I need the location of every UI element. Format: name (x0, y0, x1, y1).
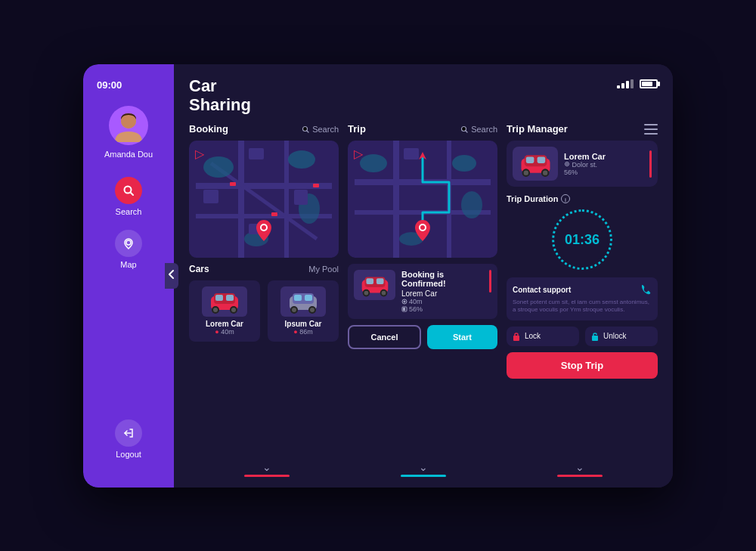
svg-rect-20 (203, 190, 218, 203)
indicator-line-2 (401, 475, 446, 477)
svg-point-51 (452, 155, 476, 172)
contact-text: Sonet potent cum sit, el iam cum semst a… (513, 299, 652, 314)
car-name-lorem: Lorem Car (206, 320, 243, 328)
svg-rect-76 (537, 156, 545, 163)
start-button[interactable]: Start (427, 325, 497, 349)
header-right (617, 76, 658, 88)
lock-icon (511, 331, 522, 342)
car-card-lorem[interactable]: Lorem Car ● 40m (189, 280, 260, 342)
contact-header: Contact support (513, 283, 652, 296)
svg-point-15 (288, 150, 315, 169)
booking-confirmed-label: Booking is Confirmed! (401, 270, 483, 288)
sidebar-item-map[interactable]: Map (91, 230, 166, 269)
cars-header: Cars My Pool (189, 264, 339, 274)
svg-rect-37 (294, 295, 302, 301)
trip-red-bar (649, 150, 652, 178)
svg-line-3 (131, 192, 134, 195)
svg-text:i: i (565, 197, 566, 203)
trip-navigation-icon: ▷ (354, 147, 363, 161)
main-header: Car Sharing (189, 76, 658, 115)
booking-confirmed-info: Booking is Confirmed! Lorem Car 40m 56% (401, 270, 483, 313)
svg-point-33 (213, 308, 218, 312)
logout-nav-label: Logout (116, 450, 141, 459)
svg-point-34 (231, 308, 236, 312)
bottom-indicator-3: ⌄ (557, 461, 603, 477)
chevron-down-icon-3: ⌄ (575, 461, 584, 473)
svg-rect-61 (376, 278, 383, 284)
svg-rect-30 (226, 295, 234, 301)
svg-line-44 (466, 130, 467, 132)
confirmed-car-image (354, 270, 395, 300)
car-card-ipsum[interactable]: Ipsum Car ● 86m (268, 280, 339, 342)
svg-rect-69 (403, 308, 405, 311)
booking-search[interactable]: Search (302, 125, 339, 134)
svg-line-7 (307, 130, 308, 132)
red-accent-bar (489, 270, 491, 293)
device-frame: 09:00 Amanda Dou Search (83, 64, 673, 488)
menu-icon[interactable] (644, 124, 658, 135)
search-nav-label: Search (116, 207, 142, 216)
booking-confirmed-dist: 40m (401, 298, 483, 305)
svg-point-42 (310, 308, 314, 312)
cancel-button[interactable]: Cancel (348, 325, 421, 349)
cars-section: Cars My Pool (189, 264, 339, 342)
trip-car-card: Lorem Car Dolor st. 56% (507, 141, 658, 187)
car-image-lorem (202, 286, 247, 317)
svg-rect-18 (249, 148, 264, 159)
lock-button[interactable]: Lock (507, 327, 579, 346)
unlock-button[interactable]: Unlock (585, 327, 658, 346)
cars-label: Cars (189, 264, 209, 274)
svg-rect-22 (230, 182, 236, 186)
svg-point-4 (126, 240, 131, 245)
info-icon: i (561, 194, 570, 203)
logout-nav-icon (115, 419, 142, 447)
unlock-icon (590, 331, 600, 342)
svg-point-57 (420, 225, 425, 230)
status-time: 09:00 (91, 79, 122, 91)
svg-rect-24 (313, 184, 319, 187)
signal-icon (617, 79, 634, 88)
contact-support-card: Contact support Sonet potent cum sit, el… (507, 277, 658, 320)
stop-trip-button[interactable]: Stop Trip (507, 352, 658, 379)
map-nav-label: Map (120, 260, 136, 269)
booking-panel-title: Booking (189, 123, 228, 135)
sidebar-item-search[interactable]: Search (91, 177, 166, 216)
booking-panel-header: Booking Search (189, 123, 339, 135)
sidebar-collapse-btn[interactable] (165, 263, 178, 289)
sidebar: 09:00 Amanda Dou Search (83, 64, 174, 488)
map-nav-icon (115, 230, 142, 257)
booking-search-label: Search (312, 125, 339, 134)
trip-search[interactable]: Search (460, 125, 497, 134)
svg-rect-72 (644, 133, 658, 135)
phone-icon[interactable] (640, 283, 652, 296)
trip-map: ▷ (348, 141, 497, 258)
svg-rect-70 (644, 124, 658, 125)
car-name-ipsum: Ipsum Car (285, 320, 322, 328)
unlock-label: Unlock (603, 332, 627, 340)
svg-point-79 (523, 170, 528, 175)
sidebar-item-logout[interactable]: Logout (91, 419, 166, 459)
search-nav-icon (115, 177, 142, 204)
booking-confirmed-fuel: 56% (401, 305, 483, 313)
trip-panel: Trip Search (348, 123, 497, 451)
trip-panel-header: Trip Search (348, 123, 497, 135)
svg-rect-19 (294, 190, 308, 205)
svg-point-52 (461, 191, 482, 218)
booking-actions: Cancel Start (348, 325, 497, 349)
panels-row: Booking Search (189, 123, 658, 451)
trip-car-addr: Dolor st. (564, 161, 643, 169)
svg-point-65 (381, 291, 386, 296)
trip-panel-title: Trip (348, 123, 366, 135)
lock-label: Lock (525, 332, 541, 340)
svg-rect-29 (215, 295, 223, 301)
trip-car-name: Lorem Car (564, 152, 643, 161)
contact-label: Contact support (513, 286, 571, 294)
bottom-bar: ⌄ ⌄ ⌄ (189, 457, 658, 478)
booking-confirmed-card: Booking is Confirmed! Lorem Car 40m 56% (348, 264, 497, 319)
user-name: Amanda Dou (104, 150, 153, 159)
bottom-indicator-1: ⌄ (244, 461, 290, 477)
lock-row: Lock Unlock (507, 327, 658, 346)
timer-inner: 01:36 (556, 214, 608, 265)
svg-rect-71 (644, 128, 658, 130)
svg-rect-38 (305, 295, 312, 301)
